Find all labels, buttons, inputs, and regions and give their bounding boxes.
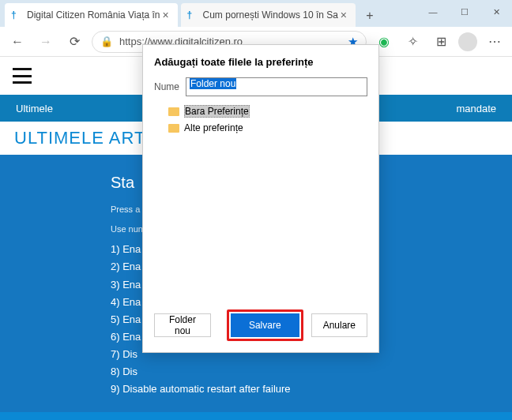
folder-label: Bara Preferințe [184, 105, 250, 118]
folder-icon [168, 107, 179, 116]
dialog-title: Adăugați toate filele la preferințe [154, 56, 367, 68]
folder-item[interactable]: Bara Preferințe [154, 103, 367, 120]
name-label: Nume [154, 81, 186, 92]
folder-tree[interactable]: Bara Preferințe Alte preferințe [154, 103, 367, 300]
highlight-box: Salvare [227, 309, 303, 341]
name-input[interactable]: Folder nou [186, 77, 367, 96]
new-folder-button[interactable]: Folder nou [154, 313, 211, 337]
folder-item[interactable]: Alte preferințe [154, 120, 367, 136]
cancel-button[interactable]: Anulare [311, 313, 367, 337]
folder-icon [168, 124, 179, 133]
save-button[interactable]: Salvare [231, 313, 299, 337]
folder-label: Alte preferințe [184, 122, 243, 133]
dialog-overlay: Adăugați toate filele la preferințe Nume… [0, 0, 512, 420]
bookmark-dialog: Adăugați toate filele la preferințe Nume… [142, 44, 379, 353]
